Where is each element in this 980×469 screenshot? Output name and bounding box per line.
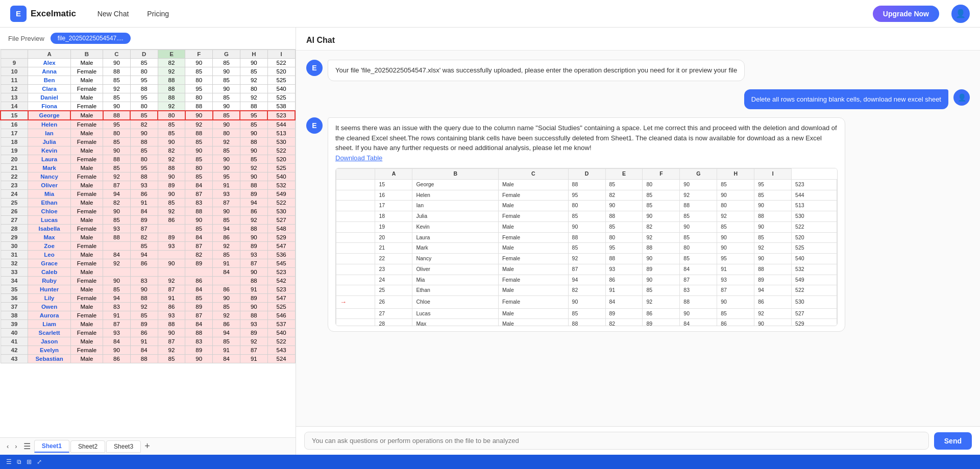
table-cell[interactable]: 91 [130,337,158,346]
table-cell[interactable]: 20 [1,155,28,164]
table-cell[interactable]: 84 [103,251,131,259]
table-cell[interactable]: 87 [158,337,185,346]
table-cell[interactable]: 530 [267,207,295,216]
table-cell[interactable]: Female [70,138,103,146]
table-cell[interactable]: 92 [103,85,131,93]
table-cell[interactable]: Liam [28,320,71,329]
table-cell[interactable]: 92 [240,337,267,346]
table-cell[interactable]: Daniel [28,93,71,102]
table-cell[interactable]: 524 [267,355,295,363]
table-cell[interactable]: 95 [130,164,158,172]
table-cell[interactable]: 36 [1,294,28,303]
table-cell[interactable]: 90 [103,59,131,67]
table-cell[interactable]: 83 [103,303,131,311]
table-cell[interactable]: 30 [1,242,28,251]
table-cell[interactable]: 14 [1,102,28,111]
table-cell[interactable]: Owen [28,303,71,311]
table-cell[interactable]: Alex [28,59,71,67]
table-cell[interactable]: 88 [185,102,213,111]
table-cell[interactable]: Sebastian [28,355,71,363]
table-cell[interactable]: 83 [130,277,158,285]
sheet-nav-next[interactable]: › [12,441,19,451]
table-cell[interactable]: 90 [185,59,213,67]
table-cell[interactable]: 92 [103,172,131,181]
table-cell[interactable]: 530 [267,138,295,146]
table-cell[interactable]: 92 [103,259,131,268]
table-cell[interactable]: 90 [213,102,240,111]
table-cell[interactable]: Anna [28,67,71,76]
table-cell[interactable]: 527 [267,216,295,225]
table-cell[interactable]: 522 [267,199,295,207]
table-cell[interactable]: 93 [240,251,267,259]
table-cell[interactable]: 549 [267,190,295,199]
chat-input-field[interactable] [304,432,929,450]
table-cell[interactable]: Male [70,164,103,172]
table-cell[interactable]: 85 [240,67,267,76]
table-cell[interactable]: 31 [1,251,28,259]
table-cell[interactable]: 85 [103,76,131,85]
table-cell[interactable]: Lily [28,294,71,303]
table-cell[interactable]: 546 [267,311,295,320]
table-cell[interactable]: 85 [130,146,158,155]
add-sheet-button[interactable]: + [142,440,153,453]
table-cell[interactable]: 94 [130,251,158,259]
table-cell[interactable]: 536 [267,251,295,259]
table-cell[interactable]: 545 [267,259,295,268]
table-cell[interactable]: 90 [240,146,267,155]
table-cell[interactable]: 90 [158,329,185,337]
table-cell[interactable]: Mark [28,164,71,172]
table-cell[interactable]: 85 [185,67,213,76]
table-cell[interactable]: 9 [1,59,28,67]
table-cell[interactable]: 86 [130,259,158,268]
table-cell[interactable] [158,251,185,259]
table-cell[interactable]: 12 [1,85,28,93]
table-cell[interactable]: 85 [103,164,131,172]
table-cell[interactable]: 85 [213,303,240,311]
table-cell[interactable]: 82 [158,146,185,155]
table-cell[interactable]: 90 [103,146,131,155]
table-cell[interactable]: 43 [1,355,28,363]
table-cell[interactable]: 91 [130,199,158,207]
table-cell[interactable]: Kevin [28,146,71,155]
table-cell[interactable]: Male [70,233,103,242]
status-icon-copy[interactable]: ⧉ [17,458,21,465]
table-cell[interactable]: 88 [240,277,267,285]
table-cell[interactable]: 522 [267,59,295,67]
table-cell[interactable]: 87 [185,242,213,251]
status-icon-grid[interactable]: ⊞ [27,458,32,465]
table-cell[interactable]: 85 [158,355,185,363]
table-cell[interactable]: 88 [158,164,185,172]
table-cell[interactable]: 92 [240,164,267,172]
table-cell[interactable]: 90 [103,102,131,111]
table-cell[interactable] [213,277,240,285]
table-cell[interactable]: 39 [1,320,28,329]
table-cell[interactable]: 86 [213,285,240,294]
table-cell[interactable]: Ruby [28,277,71,285]
table-cell[interactable]: 90 [130,129,158,138]
table-cell[interactable]: 93 [213,190,240,199]
table-cell[interactable]: 89 [185,259,213,268]
table-cell[interactable]: Male [70,129,103,138]
table-cell[interactable]: Hunter [28,285,71,294]
table-cell[interactable]: 95 [130,93,158,102]
table-cell[interactable]: 89 [130,216,158,225]
table-cell[interactable]: 80 [213,129,240,138]
table-cell[interactable]: 26 [1,207,28,216]
table-cell[interactable]: Mia [28,190,71,199]
pricing-nav-link[interactable]: Pricing [144,8,172,20]
table-cell[interactable]: 80 [103,129,131,138]
table-cell[interactable]: 90 [158,138,185,146]
table-cell[interactable]: Max [28,233,71,242]
table-cell[interactable]: 87 [185,311,213,320]
table-cell[interactable]: 10 [1,67,28,76]
table-cell[interactable]: Ian [28,129,71,138]
table-cell[interactable]: 85 [158,129,185,138]
table-cell[interactable]: 23 [1,181,28,190]
table-cell[interactable]: 88 [240,181,267,190]
table-cell[interactable]: 95 [130,76,158,85]
table-cell[interactable]: Male [70,146,103,155]
table-cell[interactable]: 80 [130,102,158,111]
table-cell[interactable]: 86 [158,216,185,225]
table-cell[interactable]: 87 [130,225,158,233]
table-cell[interactable]: Aurora [28,311,71,320]
